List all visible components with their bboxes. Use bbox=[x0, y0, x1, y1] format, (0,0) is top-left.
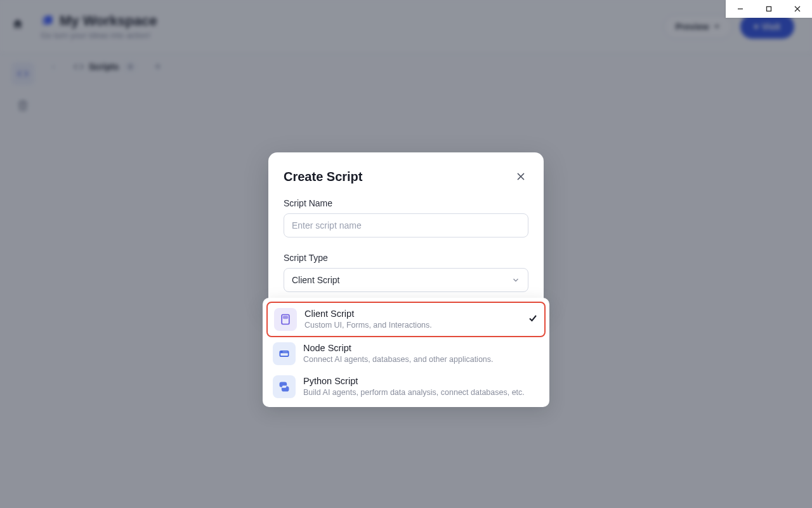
option-desc: Connect AI agents, databases, and other … bbox=[303, 354, 539, 364]
client-script-icon bbox=[274, 308, 297, 331]
window-close-button[interactable] bbox=[785, 0, 810, 18]
close-icon bbox=[516, 171, 526, 182]
option-title: Python Script bbox=[303, 375, 539, 387]
window-maximize-button[interactable] bbox=[756, 0, 782, 18]
script-type-selected-value: Client Script bbox=[292, 275, 339, 285]
close-icon bbox=[794, 5, 801, 13]
option-desc: Custom UI, Forms, and Interactions. bbox=[304, 320, 520, 330]
script-type-option-python[interactable]: Python Script Build AI agents, perform d… bbox=[266, 370, 546, 403]
create-script-modal: Create Script Script Name Script Type Cl… bbox=[268, 152, 544, 307]
modal-close-button[interactable] bbox=[513, 169, 528, 184]
option-title: Node Script bbox=[303, 342, 539, 354]
python-script-icon bbox=[273, 375, 296, 398]
svg-rect-7 bbox=[766, 7, 771, 11]
script-type-option-node[interactable]: Node Script Connect AI agents, databases… bbox=[266, 337, 546, 370]
option-desc: Build AI agents, perform data analysis, … bbox=[303, 387, 539, 398]
script-type-select[interactable]: Client Script bbox=[284, 268, 528, 292]
script-type-dropdown: Client Script Custom UI, Forms, and Inte… bbox=[263, 298, 549, 407]
script-type-label: Script Type bbox=[284, 253, 528, 263]
svg-rect-3 bbox=[284, 316, 288, 318]
option-title: Client Script bbox=[304, 308, 520, 319]
svg-point-5 bbox=[282, 352, 282, 352]
maximize-icon bbox=[765, 5, 773, 13]
window-minimize-button[interactable] bbox=[728, 0, 753, 18]
minimize-icon bbox=[737, 5, 744, 13]
script-name-input[interactable] bbox=[284, 213, 528, 237]
node-script-icon bbox=[273, 342, 296, 365]
chevron-down-icon bbox=[511, 276, 520, 284]
script-type-option-client[interactable]: Client Script Custom UI, Forms, and Inte… bbox=[266, 302, 546, 337]
check-icon bbox=[528, 313, 538, 326]
script-name-label: Script Name bbox=[284, 198, 528, 208]
window-controls bbox=[726, 0, 812, 18]
modal-title: Create Script bbox=[284, 170, 363, 184]
